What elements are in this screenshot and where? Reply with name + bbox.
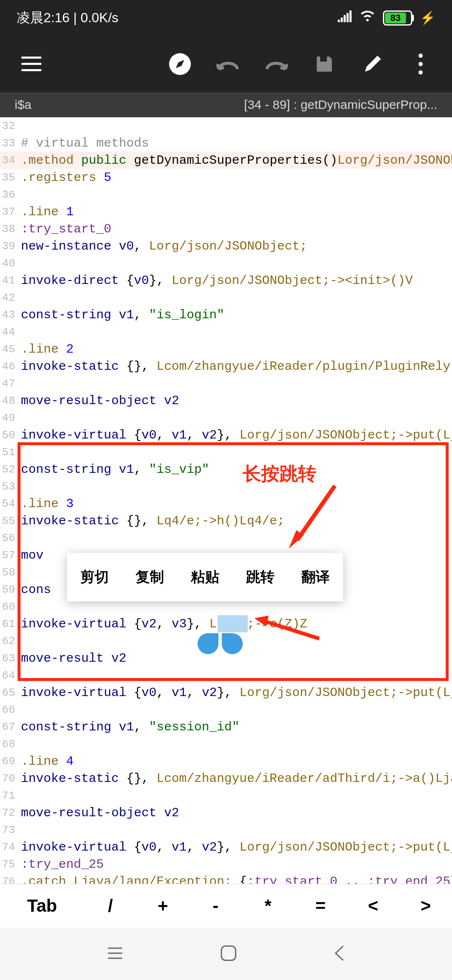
code-line[interactable]: 34.method public getDynamicSuperProperti… (0, 152, 452, 169)
line-number: 69 (0, 755, 17, 768)
code-line[interactable]: 52 const-string v1, "is_vip" (0, 461, 452, 478)
code-line[interactable]: 50 invoke-virtual {v0, v1, v2}, Lorg/jso… (0, 426, 452, 444)
code-content: const-string v1, "is_vip" (17, 462, 209, 477)
code-line[interactable]: 72 move-result-object v2 (0, 804, 452, 821)
code-line[interactable]: 41 invoke-direct {v0}, Lorg/json/JSONObj… (0, 272, 452, 289)
code-line[interactable]: 70 invoke-static {}, Lcom/zhangyue/iRead… (0, 770, 452, 787)
svg-rect-1 (324, 57, 326, 61)
key-plus[interactable]: + (137, 896, 190, 916)
line-number: 68 (0, 738, 17, 750)
line-number: 67 (0, 721, 17, 733)
code-content: :try_end_25 (17, 857, 104, 872)
more-button[interactable] (408, 52, 433, 77)
line-number: 64 (0, 669, 17, 682)
line-number: 56 (0, 532, 17, 544)
code-content: invoke-static {}, Lcom/zhangyue/iReader/… (17, 359, 452, 374)
android-nav-bar (0, 928, 452, 980)
code-line[interactable]: 55 invoke-static {}, Lq4/e;->h()Lq4/e; (0, 512, 452, 529)
key-minus[interactable]: - (189, 896, 242, 916)
code-line[interactable]: 38 :try_start_0 (0, 220, 452, 237)
code-line[interactable]: 49 (0, 409, 452, 426)
undo-button[interactable] (216, 52, 241, 77)
redo-button[interactable] (264, 52, 289, 77)
code-line[interactable]: 40 (0, 255, 452, 272)
code-content: const-string v1, "is_login" (17, 308, 224, 322)
key-eq[interactable]: = (294, 896, 347, 916)
code-line[interactable]: 53 (0, 478, 452, 495)
text-selection (218, 615, 248, 632)
code-line[interactable]: 67 const-string v1, "session_id" (0, 718, 452, 735)
code-line[interactable]: 32 (0, 117, 452, 134)
line-number: 42 (0, 291, 17, 304)
menu-jump[interactable]: 跳转 (233, 553, 288, 601)
code-line[interactable]: 68 (0, 735, 452, 753)
code-line[interactable]: 43 const-string v1, "is_login" (0, 306, 452, 323)
context-menu: 剪切 复制 粘贴 跳转 翻译 (67, 553, 343, 601)
code-line[interactable]: 66 (0, 701, 452, 718)
selection-handle-right[interactable] (222, 633, 243, 654)
line-number: 44 (0, 326, 17, 338)
code-line[interactable]: 33# virtual methods (0, 134, 452, 152)
charging-icon: ⚡ (420, 10, 435, 25)
code-line[interactable]: 35 .registers 5 (0, 169, 452, 186)
code-content: invoke-direct {v0}, Lorg/json/JSONObject… (17, 273, 413, 288)
key-star[interactable]: * (242, 896, 295, 916)
code-line[interactable]: 37 .line 1 (0, 203, 452, 220)
code-line[interactable]: 44 (0, 323, 452, 340)
menu-button[interactable] (19, 52, 44, 77)
line-number: 39 (0, 240, 17, 253)
line-number: 65 (0, 686, 17, 699)
code-line[interactable]: 54 .line 3 (0, 495, 452, 512)
back-button[interactable] (333, 944, 346, 964)
key-tab[interactable]: Tab (0, 896, 84, 916)
toolbar (0, 36, 452, 92)
menu-paste[interactable]: 粘贴 (177, 553, 233, 601)
home-button[interactable] (220, 944, 237, 964)
code-line[interactable]: 64 (0, 667, 452, 684)
code-line[interactable]: 75 :try_end_25 (0, 856, 452, 873)
menu-copy[interactable]: 复制 (122, 553, 177, 601)
code-line[interactable]: 39 new-instance v0, Lorg/json/JSONObject… (0, 237, 452, 255)
code-content: move-result-object v2 (17, 806, 179, 820)
code-line[interactable]: 48 move-result-object v2 (0, 392, 452, 409)
key-slash[interactable]: / (84, 896, 137, 916)
line-number: 55 (0, 515, 17, 527)
edit-button[interactable] (360, 52, 385, 77)
recents-button[interactable] (106, 946, 124, 962)
selection-handle-left[interactable] (198, 633, 218, 654)
breadcrumb-class[interactable]: i$a (15, 98, 31, 112)
code-content: invoke-virtual {v0, v1, v2}, Lorg/json/J… (17, 840, 452, 854)
code-line[interactable]: 46 invoke-static {}, Lcom/zhangyue/iRead… (0, 358, 452, 375)
line-number: 33 (0, 137, 17, 150)
code-line[interactable]: 76 .catch Ljava/lang/Exception; {:try_st… (0, 873, 452, 884)
signal-icon (338, 10, 352, 26)
menu-cut[interactable]: 剪切 (67, 553, 122, 601)
line-number: 62 (0, 635, 17, 647)
code-line[interactable]: 47 (0, 375, 452, 392)
menu-translate[interactable]: 翻译 (288, 553, 343, 601)
line-number: 70 (0, 772, 17, 785)
key-gt[interactable]: > (399, 896, 452, 916)
pencil-icon (362, 54, 383, 74)
code-line[interactable]: 71 (0, 787, 452, 804)
code-line[interactable]: 42 (0, 289, 452, 306)
key-lt[interactable]: < (347, 896, 400, 916)
line-number: 52 (0, 463, 17, 476)
code-line[interactable]: 69 .line 4 (0, 753, 452, 770)
code-line[interactable]: 36 (0, 186, 452, 203)
breadcrumb-method[interactable]: [34 - 89] : getDynamicSuperProp... (244, 98, 437, 112)
code-line[interactable]: 73 (0, 821, 452, 838)
line-number: 35 (0, 171, 17, 184)
code-line[interactable]: 74 invoke-virtual {v0, v1, v2}, Lorg/jso… (0, 838, 452, 856)
code-line[interactable]: 56 (0, 529, 452, 547)
save-button[interactable] (312, 52, 337, 77)
code-line[interactable]: 51 (0, 444, 452, 461)
line-number: 59 (0, 583, 17, 596)
code-line[interactable]: 65 invoke-virtual {v0, v1, v2}, Lorg/jso… (0, 684, 452, 701)
home-icon (220, 944, 237, 962)
code-editor[interactable]: 3233# virtual methods34.method public ge… (0, 117, 452, 884)
code-line[interactable]: 45 .line 2 (0, 340, 452, 358)
breadcrumb: i$a [34 - 89] : getDynamicSuperProp... (0, 92, 452, 117)
code-content: .registers 5 (17, 170, 111, 185)
navigate-button[interactable] (167, 52, 193, 77)
